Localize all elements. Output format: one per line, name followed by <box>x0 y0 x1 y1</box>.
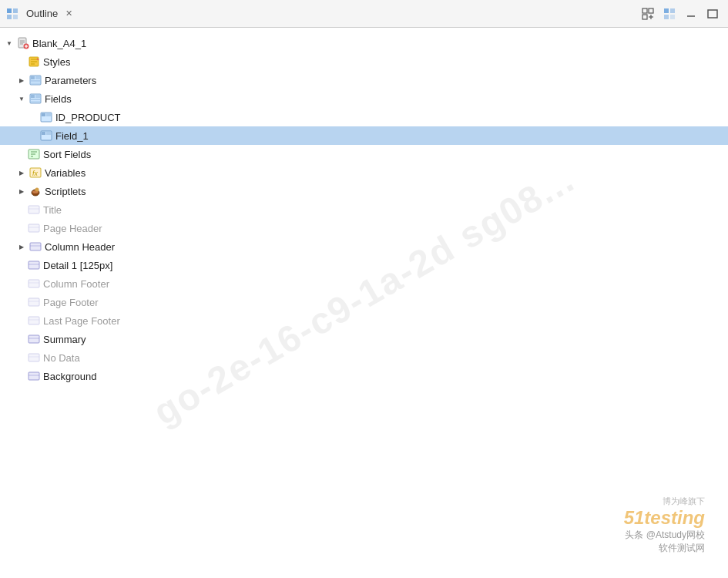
svg-rect-29 <box>35 76 40 79</box>
icon-styles-icon <box>28 55 40 68</box>
tree-item-last_page_footer[interactable]: Last Page Footer <box>0 311 728 330</box>
label-background: Background <box>43 371 96 382</box>
icon-band-icon <box>28 259 40 271</box>
expand-btn-parameters[interactable]: ▶ <box>15 74 28 86</box>
tree-item-page_footer[interactable]: Page Footer <box>0 293 728 311</box>
label-sort_fields: Sort Fields <box>43 149 91 160</box>
icon-band-icon <box>28 277 40 290</box>
tree-item-column_footer[interactable]: Column Footer <box>0 274 728 293</box>
svg-rect-52 <box>29 206 39 213</box>
outline-window: Outline ✕ <box>0 0 728 578</box>
watermark-line1: 博为峰旗下 <box>624 496 705 507</box>
svg-rect-14 <box>708 10 717 18</box>
tree-item-sort_fields[interactable]: Sort Fields <box>0 145 728 163</box>
svg-rect-42 <box>46 132 51 135</box>
collapse-all-button[interactable] <box>639 5 657 23</box>
label-styles: Styles <box>43 56 70 68</box>
svg-point-51 <box>35 188 39 192</box>
svg-rect-34 <box>35 95 40 98</box>
tree-item-fields[interactable]: ▼Fields <box>0 89 728 108</box>
svg-rect-33 <box>31 95 35 98</box>
svg-rect-0 <box>7 8 12 13</box>
svg-rect-31 <box>31 82 40 84</box>
svg-rect-4 <box>642 8 647 13</box>
svg-rect-41 <box>42 132 45 135</box>
svg-rect-1 <box>13 8 18 13</box>
watermark-line4: 软件测试网 <box>624 542 705 555</box>
tree-item-summary[interactable]: Summary <box>0 330 728 348</box>
svg-rect-12 <box>670 15 675 19</box>
maximize-icon <box>706 8 719 20</box>
tree-item-column_header[interactable]: ▶Column Header <box>0 237 728 256</box>
svg-rect-2 <box>7 15 12 19</box>
svg-rect-56 <box>30 243 41 250</box>
icon-band-icon <box>28 203 40 216</box>
tree-item-background[interactable]: Background <box>0 367 728 385</box>
svg-rect-35 <box>31 99 40 100</box>
title-bar-left: Outline ✕ <box>6 8 75 20</box>
svg-rect-5 <box>649 8 653 13</box>
svg-rect-68 <box>29 354 39 361</box>
minimize-button[interactable] <box>682 5 700 23</box>
expand-btn-blank_a4[interactable]: ▼ <box>3 37 15 49</box>
icon-variables-icon: fx <box>29 166 42 179</box>
icon-report-icon <box>17 37 29 49</box>
svg-rect-30 <box>31 80 40 82</box>
svg-rect-60 <box>29 280 39 287</box>
icon-field-icon <box>40 129 52 142</box>
svg-rect-6 <box>642 15 647 19</box>
tree-item-title[interactable]: Title <box>0 200 728 219</box>
watermark-line2: 51testing <box>624 507 705 529</box>
tree-item-variables[interactable]: ▶fxVariables <box>0 163 728 182</box>
icon-band-icon <box>28 351 40 364</box>
maximize-button[interactable] <box>703 5 722 23</box>
svg-rect-10 <box>670 8 675 13</box>
watermark-line3: 头条 @Atstudy网校 <box>624 529 705 542</box>
label-fields: Fields <box>45 93 72 105</box>
close-tab-button[interactable]: ✕ <box>62 8 75 20</box>
label-page_footer: Page Footer <box>43 297 99 308</box>
label-parameters: Parameters <box>45 75 96 86</box>
label-variables: Variables <box>45 167 86 179</box>
tree-item-scriptlets[interactable]: ▶Scriptlets <box>0 182 728 200</box>
icon-band-icon <box>28 370 40 382</box>
outline-icon <box>6 8 18 20</box>
icon-band-icon <box>28 314 40 327</box>
tree-item-page_header[interactable]: Page Header <box>0 219 728 237</box>
expand-btn-column_header[interactable]: ▶ <box>15 240 28 253</box>
icon-scriptlets-icon <box>29 185 42 197</box>
icon-fields-icon <box>29 92 42 105</box>
icon-sort-icon <box>28 148 40 160</box>
svg-rect-11 <box>664 15 669 19</box>
expand-all-button[interactable] <box>660 5 679 23</box>
tree-item-id_product[interactable]: ID_PRODUCT <box>0 108 728 126</box>
svg-text:fx: fx <box>32 170 39 177</box>
outline-content[interactable]: go-2e-16-c9-1a-2d sg08... ▼Blank_A4_1 St… <box>0 28 728 578</box>
label-column_footer: Column Footer <box>43 278 109 290</box>
expand-all-icon <box>663 8 676 20</box>
tree-item-styles[interactable]: Styles <box>0 52 728 71</box>
tree-item-detail1[interactable]: Detail 1 [125px] <box>0 256 728 274</box>
svg-rect-58 <box>29 261 39 269</box>
expand-btn-variables[interactable]: ▶ <box>15 166 28 179</box>
icon-band-icon <box>28 296 40 308</box>
svg-rect-66 <box>29 335 39 343</box>
svg-rect-36 <box>31 101 40 102</box>
toolbar-buttons <box>639 5 722 23</box>
tree-item-blank_a4[interactable]: ▼Blank_A4_1 <box>0 34 728 52</box>
expand-btn-fields[interactable]: ▼ <box>15 92 28 105</box>
label-no_data: No Data <box>43 352 80 364</box>
tree-item-no_data[interactable]: No Data <box>0 348 728 367</box>
label-scriptlets: Scriptlets <box>45 186 86 197</box>
expand-btn-scriptlets[interactable]: ▶ <box>15 185 28 197</box>
collapse-all-icon <box>642 8 654 20</box>
tree-item-field_1[interactable]: Field_1 <box>0 126 728 145</box>
bottom-watermark: 博为峰旗下 51testing 头条 @Atstudy网校 软件测试网 <box>624 496 705 555</box>
tree-item-parameters[interactable]: ▶Parameters <box>0 71 728 89</box>
svg-rect-39 <box>46 113 51 116</box>
icon-fields-icon <box>29 74 42 86</box>
svg-rect-70 <box>29 372 39 380</box>
icon-band-icon <box>28 333 40 345</box>
label-title: Title <box>43 204 62 216</box>
svg-rect-9 <box>664 8 669 13</box>
